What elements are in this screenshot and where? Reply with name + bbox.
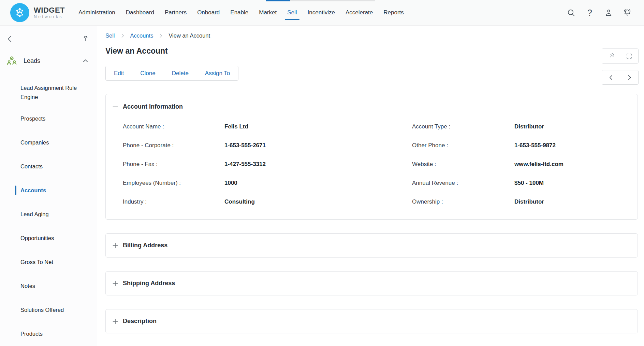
- nav-item-dashboard[interactable]: Dashboard: [126, 9, 154, 16]
- page-title: View an Account: [105, 46, 638, 56]
- panel-title: Shipping Address: [123, 280, 175, 287]
- sidebar-item-products[interactable]: Products: [0, 322, 97, 346]
- plus-icon: [112, 318, 119, 325]
- nav-item-incentivize[interactable]: Incentivize: [308, 9, 335, 16]
- sidebar-item-accounts[interactable]: Accounts: [0, 178, 97, 202]
- brand-name: WIDGET: [34, 6, 65, 14]
- user-icon[interactable]: [604, 8, 613, 17]
- brand-tagline: Networks: [34, 14, 65, 19]
- pushpin-tilted-icon: [607, 52, 615, 60]
- nav-item-enable[interactable]: Enable: [230, 9, 248, 16]
- nav-item-reports[interactable]: Reports: [383, 9, 404, 16]
- field-label: Other Phone :: [412, 136, 514, 155]
- edit-button[interactable]: Edit: [106, 66, 132, 80]
- pin-record-button[interactable]: [602, 49, 620, 63]
- fullscreen-button[interactable]: [620, 49, 638, 63]
- panel-shipping-address: Shipping Address: [105, 271, 638, 295]
- field-label: Ownership :: [412, 192, 514, 211]
- clone-button[interactable]: Clone: [132, 66, 163, 80]
- record-actions-group: Edit Clone Delete Assign To: [105, 66, 238, 81]
- panel-shipping-address-header[interactable]: Shipping Address: [106, 280, 638, 287]
- chevron-left-icon: [5, 34, 14, 43]
- field-value: www.felis-ltd.com: [514, 155, 638, 174]
- field-value: 1-653-555-9872: [514, 136, 638, 155]
- plus-icon: [112, 242, 119, 249]
- nav-item-onboard[interactable]: Onboard: [197, 9, 220, 16]
- fullscreen-icon: [625, 52, 633, 60]
- field-label: Industry :: [123, 192, 224, 211]
- section-label: Leads: [24, 57, 40, 65]
- pushpin-icon: [82, 35, 90, 43]
- sidebar-item-prospects[interactable]: Prospects: [0, 107, 97, 130]
- account-fields: Account Name : Felis Ltd Account Type : …: [106, 117, 638, 211]
- nav-item-partners[interactable]: Partners: [165, 9, 187, 16]
- nav-item-administration[interactable]: Administration: [78, 9, 115, 16]
- leads-section-header[interactable]: Leads: [0, 53, 97, 68]
- record-nav-group: [602, 70, 639, 85]
- prev-record-button[interactable]: [602, 70, 620, 84]
- pin-sidebar-button[interactable]: [82, 35, 90, 43]
- field-label: Website :: [412, 155, 514, 174]
- sidebar-item-gross-to-net[interactable]: Gross To Net: [0, 250, 97, 274]
- sidebar-item-lead-assignment-rule-engine[interactable]: Lead Assignment Rule Engine: [0, 79, 97, 107]
- progress-filled: [266, 0, 290, 1]
- delete-button[interactable]: Delete: [164, 66, 197, 80]
- nav-item-sell[interactable]: Sell: [287, 9, 297, 16]
- field-value: Felis Ltd: [224, 117, 412, 136]
- panel-title: Description: [123, 318, 157, 325]
- sidebar-item-lead-aging[interactable]: Lead Aging: [0, 202, 97, 226]
- help-icon[interactable]: ?: [585, 8, 594, 17]
- field-value: 1-427-555-3312: [224, 155, 412, 174]
- top-header: WIDGET Networks Administration Dashboard…: [0, 0, 644, 26]
- field-label: Employees (Number) :: [123, 174, 224, 192]
- field-value: Distributor: [514, 117, 638, 136]
- main-content: Sell Accounts View an Account View an Ac…: [97, 26, 644, 333]
- record-pin-group: [602, 49, 639, 64]
- panel-billing-address: Billing Address: [105, 233, 638, 258]
- field-label: Phone - Corporate :: [123, 136, 224, 155]
- chevron-left-icon: [608, 74, 615, 81]
- plus-icon: [112, 280, 119, 287]
- field-label: Account Name :: [123, 117, 224, 136]
- chevron-right-icon: [120, 33, 126, 39]
- notifications-icon[interactable]: [623, 8, 632, 17]
- chevron-right-icon: [626, 74, 633, 81]
- field-label: Account Type :: [412, 117, 514, 136]
- sidebar: Leads Lead Assignment Rule Engine Prospe…: [0, 26, 97, 346]
- collapse-sidebar-button[interactable]: [5, 34, 14, 43]
- chevron-up-icon[interactable]: [82, 57, 89, 65]
- nav-item-market[interactable]: Market: [259, 9, 277, 16]
- panel-account-information: Account Information Account Name : Felis…: [105, 94, 638, 220]
- breadcrumb: Sell Accounts View an Account: [105, 26, 638, 39]
- sidebar-item-opportunities[interactable]: Opportunities: [0, 226, 97, 250]
- panel-title: Billing Address: [123, 242, 167, 249]
- sidebar-item-companies[interactable]: Companies: [0, 130, 97, 154]
- sidebar-item-solutions-offered[interactable]: Solutions Offered: [0, 298, 97, 322]
- sidebar-item-notes[interactable]: Notes: [0, 274, 97, 298]
- field-value: 1000: [224, 174, 412, 192]
- top-progress-bar: [266, 0, 375, 1]
- chevron-right-icon: [158, 33, 164, 39]
- field-value: Consulting: [224, 192, 412, 211]
- field-label: Phone - Fax :: [123, 155, 224, 174]
- next-record-button[interactable]: [620, 70, 638, 84]
- panel-billing-address-header[interactable]: Billing Address: [106, 242, 638, 249]
- panel-account-information-header[interactable]: Account Information: [106, 94, 638, 110]
- main-nav: Administration Dashboard Partners Onboar…: [78, 9, 404, 16]
- breadcrumb-link-sell[interactable]: Sell: [105, 32, 115, 39]
- field-value: $50 - 100M: [514, 174, 638, 192]
- widget-logo-icon: [10, 3, 29, 22]
- search-icon[interactable]: [567, 8, 575, 17]
- leads-icon: [6, 55, 17, 67]
- breadcrumb-current: View an Account: [169, 32, 210, 39]
- assign-to-button[interactable]: Assign To: [197, 66, 238, 80]
- minus-icon: [112, 103, 119, 110]
- field-value: 1-653-555-2671: [224, 136, 412, 155]
- panel-title: Account Information: [123, 103, 183, 110]
- nav-item-accelerate[interactable]: Accelerate: [346, 9, 373, 16]
- progress-track: [290, 0, 375, 1]
- panel-description-header[interactable]: Description: [106, 318, 638, 325]
- brand-logo[interactable]: WIDGET Networks: [10, 3, 65, 22]
- sidebar-item-contacts[interactable]: Contacts: [0, 154, 97, 178]
- breadcrumb-link-accounts[interactable]: Accounts: [130, 32, 153, 39]
